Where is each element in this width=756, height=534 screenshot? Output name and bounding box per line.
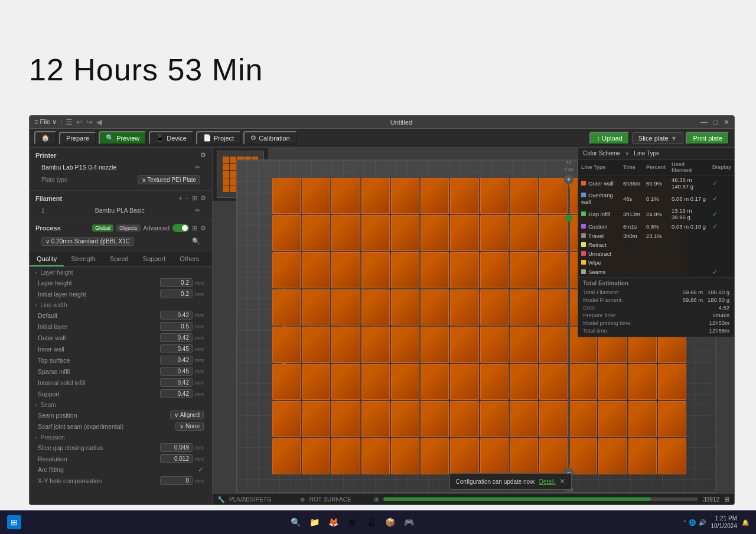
- printer-edit-icon[interactable]: ✏: [195, 164, 200, 171]
- resolution-input[interactable]: [160, 454, 193, 463]
- taskbar-app2-btn[interactable]: 📦: [383, 515, 397, 529]
- printer-settings-icon[interactable]: ⚙: [200, 151, 206, 159]
- notification-icon[interactable]: 🔔: [742, 519, 749, 526]
- zoom-in-btn[interactable]: +: [564, 175, 573, 184]
- global-tag[interactable]: Global: [92, 224, 113, 232]
- taskbar-app1-btn[interactable]: 🖨: [364, 515, 379, 529]
- advanced-toggle[interactable]: [172, 224, 189, 232]
- list-item: [391, 327, 419, 363]
- prepare-time-label: Prepare time:: [583, 312, 617, 318]
- sparse-infill-row: Sparse infill mm: [30, 366, 212, 377]
- sparse-infill-input[interactable]: [160, 367, 193, 376]
- internal-solid-infill-input[interactable]: [160, 378, 193, 387]
- filament-config-icon[interactable]: ⚙: [200, 194, 206, 202]
- scarf-joint-dropdown[interactable]: ∨ None: [175, 422, 204, 431]
- prepare-btn[interactable]: Prepare: [59, 132, 96, 145]
- slice-gap-input[interactable]: [160, 443, 193, 452]
- plate-type-row: Plate type ∨ Textured PEI Plate: [35, 173, 206, 187]
- list-item: [421, 438, 449, 474]
- slice-plate-btn[interactable]: Slice plate ▼: [632, 132, 684, 144]
- config-detail-link[interactable]: Detail.: [539, 478, 556, 485]
- seam-position-dropdown[interactable]: ∨ Aligned: [170, 411, 204, 419]
- filament-edit-icon[interactable]: ✏: [195, 207, 200, 214]
- zoom-track[interactable]: [568, 187, 570, 465]
- resolution-row: Resolution mm: [30, 453, 212, 464]
- xy-hole-label: X-Y hole compensation: [38, 477, 102, 484]
- list-item: [480, 364, 509, 400]
- plate-type-dropdown[interactable]: ∨ Textured PEI Plate: [138, 175, 200, 184]
- table-row: Custom 6m1s 0.8% 0.03 m 0.10 g ✓: [578, 222, 734, 232]
- list-item: [331, 438, 360, 474]
- layers-icon[interactable]: ⊞: [724, 496, 729, 503]
- tray-volume-icon[interactable]: 🔊: [699, 519, 706, 526]
- outer-wall-input[interactable]: [160, 333, 193, 342]
- file-menu-btn[interactable]: ≡ File ∨: [34, 118, 57, 126]
- list-item: [302, 438, 330, 474]
- slice-gap-label: Slice gap closing radius: [38, 444, 103, 451]
- process-profile-dropdown[interactable]: ∨ 0.20mm Standard @BBL X1C: [41, 237, 134, 246]
- config-close-btn[interactable]: ✕: [559, 477, 565, 486]
- filament-remove-icon[interactable]: −: [185, 194, 189, 202]
- initial-layer-width-input[interactable]: [160, 322, 193, 331]
- list-item: [302, 364, 330, 400]
- list-item: [658, 401, 686, 437]
- initial-layer-height-input[interactable]: [160, 289, 193, 298]
- device-btn[interactable]: 📱 Device: [149, 131, 194, 145]
- sparse-infill-label: Sparse infill: [38, 368, 70, 375]
- config-update-banner: Configuration can update now. Detail. ✕: [449, 473, 572, 490]
- system-clock[interactable]: 1:21 PM 10/1/2024: [711, 515, 737, 530]
- list-item: [361, 252, 390, 288]
- taskbar-search-btn[interactable]: 🔍: [289, 515, 303, 529]
- filament-settings-icon[interactable]: ⊞: [192, 194, 197, 202]
- toolbar: 🏠 Prepare 🔍 Preview 📱 Device 📄 Project ⚙…: [30, 129, 734, 148]
- calibration-btn[interactable]: ⚙ Calibration: [243, 131, 297, 145]
- table-row: Outer wall 6h36m 50.9% 46.38 m 140.57 g …: [578, 175, 734, 191]
- objects-tag[interactable]: Objects: [116, 224, 141, 232]
- col-line-type: Line Type: [578, 159, 620, 175]
- close-btn[interactable]: ✕: [724, 118, 729, 126]
- upload-btn[interactable]: ↑ Upload: [589, 132, 629, 145]
- tab-speed[interactable]: Speed: [103, 252, 136, 266]
- tab-strength[interactable]: Strength: [64, 252, 103, 266]
- tray-network-icon[interactable]: 🌐: [689, 519, 696, 526]
- project-btn[interactable]: 📄 Project: [196, 131, 241, 145]
- preview-btn[interactable]: 🔍 Preview: [99, 131, 146, 145]
- filament-add-icon[interactable]: +: [178, 194, 182, 202]
- taskbar-firefox-btn[interactable]: 🦊: [327, 515, 341, 529]
- support-width-input[interactable]: [160, 389, 193, 398]
- windows-start-btn[interactable]: ⊞: [7, 515, 21, 529]
- total-estimation: Total Estimation Total Filament: 59.66 m…: [578, 277, 734, 337]
- list-item: [331, 364, 360, 400]
- tray-chevron[interactable]: ^: [683, 519, 686, 525]
- zoom-thumb[interactable]: [565, 214, 572, 222]
- minimize-btn[interactable]: —: [700, 118, 708, 126]
- app-window: ≡ File ∨ | ☰ ↩ ↪ ◀ Untitled — □ ✕ 🏠 Prep…: [29, 115, 735, 505]
- list-item: [510, 178, 538, 214]
- list-item: [450, 438, 478, 474]
- top-surface-input[interactable]: [160, 356, 193, 364]
- model-printing-label: Model printing time:: [583, 320, 632, 326]
- tab-quality[interactable]: Quality: [30, 252, 64, 266]
- print-plate-btn[interactable]: Print plate: [686, 132, 729, 145]
- profile-search-icon[interactable]: 🔍: [192, 237, 200, 245]
- maximize-btn[interactable]: □: [713, 118, 718, 126]
- process-more-icon[interactable]: ⊞: [192, 224, 197, 232]
- taskbar-files-btn[interactable]: 📁: [308, 515, 322, 529]
- list-item: [391, 252, 419, 288]
- taskbar-app3-btn[interactable]: 🎮: [402, 515, 416, 529]
- process-settings-icon[interactable]: ⚙: [200, 224, 206, 232]
- tab-others[interactable]: Others: [172, 252, 206, 266]
- arc-fitting-checkbox[interactable]: ✓: [198, 465, 204, 474]
- total-filament-row: Total Filament: 59.66 m 180.80 g: [583, 288, 729, 296]
- inner-wall-input[interactable]: [160, 344, 193, 353]
- xy-hole-input[interactable]: [160, 476, 193, 485]
- home-btn[interactable]: 🏠: [34, 131, 57, 145]
- taskbar-settings-btn[interactable]: ⚙: [346, 515, 360, 529]
- list-item: [421, 401, 449, 437]
- model-filament-label: Model Filament:: [583, 297, 623, 303]
- model-printing-row: Model printing time: 12h53m: [583, 319, 729, 327]
- layer-height-input[interactable]: [160, 278, 193, 287]
- default-input[interactable]: [160, 311, 193, 320]
- tab-support[interactable]: Support: [136, 252, 173, 266]
- list-item: [361, 327, 390, 363]
